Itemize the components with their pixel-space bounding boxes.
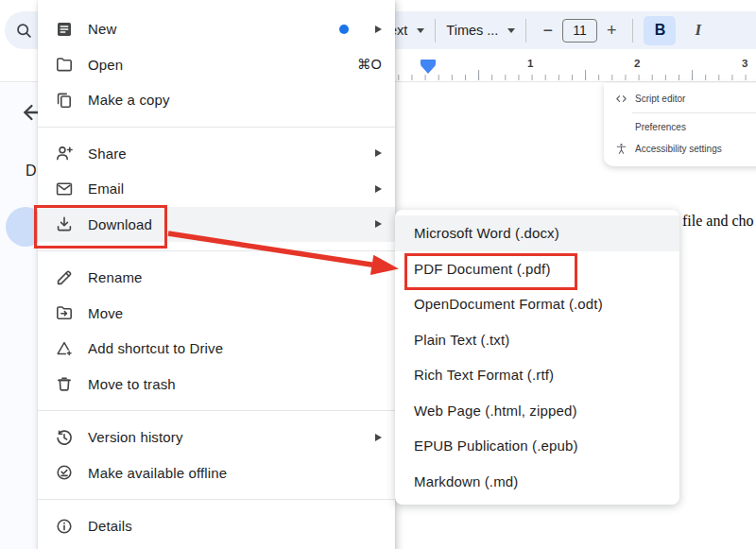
menu-item-label: Move <box>88 305 382 321</box>
submenu-item-label: Web Page (.html, zipped) <box>414 403 577 419</box>
menu-item-new[interactable]: New <box>38 11 395 47</box>
menu-item-script-editor[interactable]: Script editor <box>604 87 756 110</box>
menu-item-accessibility-settings[interactable]: Accessibility settings <box>604 137 756 160</box>
drive-add-icon <box>55 339 74 358</box>
toolbar-controls: ext Times ... − 11 + B I <box>389 11 756 49</box>
menu-divider <box>632 112 756 113</box>
folder-icon <box>55 55 74 74</box>
menu-item-version-history[interactable]: Version history <box>38 420 395 455</box>
chevron-down-icon <box>417 28 424 33</box>
menu-item-label: Add shortcut to Drive <box>88 340 382 356</box>
outline-letter: D <box>26 163 37 180</box>
menu-item-label: Make available offline <box>88 465 382 481</box>
trash-icon <box>55 374 74 393</box>
indent-marker-icon[interactable] <box>421 60 436 74</box>
submenu-arrow-icon <box>375 26 382 33</box>
submenu-item-rtf[interactable]: Rich Text Format (.rtf) <box>395 357 679 393</box>
menu-divider <box>38 127 395 128</box>
submenu-arrow-icon <box>375 434 382 441</box>
menu-item-label: Share <box>88 146 361 162</box>
left-rail <box>0 83 38 549</box>
font-size-input[interactable]: 11 <box>562 19 597 43</box>
ruler-number: 3 <box>742 58 747 69</box>
copy-icon <box>55 91 74 110</box>
annotation-box-pdf <box>404 253 577 290</box>
menu-item-label: New <box>88 21 325 37</box>
folder-move-icon <box>55 303 74 322</box>
submenu-item-label: OpenDocument Format (.odt) <box>414 296 603 312</box>
envelope-icon <box>55 180 74 198</box>
tools-menu-panel: Script editor Preferences Accessibility … <box>604 83 756 166</box>
submenu-item-label: Rich Text Format (.rtf) <box>414 367 554 383</box>
google-docs-screen: ext Times ... − 11 + B I 1 2 3 D file an… <box>0 0 756 549</box>
menu-item-open[interactable]: Open ⌘O <box>38 47 395 83</box>
menu-item-email[interactable]: Email <box>38 171 395 207</box>
submenu-item-label: EPUB Publication (.epub) <box>414 437 578 454</box>
submenu-item-label: Microsoft Word (.docx) <box>414 225 559 241</box>
menu-item-label: Email <box>88 180 361 197</box>
chevron-down-icon <box>507 28 515 33</box>
ruler: 1 2 3 <box>395 57 756 81</box>
submenu-item-md[interactable]: Markdown (.md) <box>395 464 679 500</box>
pencil-icon <box>55 268 74 287</box>
toolbar-separator <box>435 19 436 43</box>
new-document-icon <box>55 20 74 39</box>
menu-item-add-shortcut-to-drive[interactable]: Add shortcut to Drive <box>38 331 395 367</box>
menu-item-label: Move to trash <box>88 376 382 392</box>
info-icon <box>55 517 74 536</box>
new-badge-dot-icon <box>339 25 349 34</box>
keyboard-shortcut: ⌘O <box>357 57 382 72</box>
menu-item-label: Script editor <box>635 94 685 104</box>
bold-button[interactable]: B <box>644 16 676 45</box>
offline-check-icon <box>55 463 74 482</box>
font-label: Times ... <box>446 23 498 38</box>
submenu-arrow-icon <box>375 185 382 193</box>
submenu-item-html[interactable]: Web Page (.html, zipped) <box>395 393 679 429</box>
submenu-item-odt[interactable]: OpenDocument Format (.odt) <box>395 286 679 322</box>
submenu-arrow-icon <box>375 149 382 157</box>
menu-item-label: Details <box>88 518 382 534</box>
submenu-item-docx[interactable]: Microsoft Word (.docx) <box>395 215 679 251</box>
document-text: file and cho <box>682 213 754 230</box>
submenu-item-txt[interactable]: Plain Text (.txt) <box>395 322 679 358</box>
submenu-item-label: Markdown (.md) <box>414 473 518 489</box>
increase-font-size-button[interactable]: + <box>601 21 623 41</box>
decrease-font-size-button[interactable]: − <box>537 21 558 41</box>
person-add-icon <box>55 144 74 163</box>
toolbar-separator <box>525 19 526 43</box>
code-icon <box>615 93 627 105</box>
ruler-number: 2 <box>634 58 640 69</box>
menu-divider <box>38 499 395 500</box>
menu-item-make-a-copy[interactable]: Make a copy <box>38 82 395 118</box>
menu-item-label: Open <box>88 57 343 73</box>
font-selector[interactable]: Times ... <box>446 23 515 38</box>
submenu-item-epub[interactable]: EPUB Publication (.epub) <box>395 428 679 464</box>
toolbar-separator <box>632 19 633 43</box>
ruler-number: 1 <box>527 58 533 69</box>
search-icon[interactable] <box>15 22 33 40</box>
menu-item-label: Version history <box>88 429 361 445</box>
menu-item-move[interactable]: Move <box>38 296 395 332</box>
history-icon <box>55 428 74 447</box>
menu-item-label: Make a copy <box>88 92 382 108</box>
accessibility-icon <box>615 143 627 155</box>
menu-item-share[interactable]: Share <box>38 136 395 172</box>
menu-divider <box>38 410 395 411</box>
annotation-arrow-icon <box>161 227 408 279</box>
menu-item-details[interactable]: Details <box>38 508 395 544</box>
menu-item-move-to-trash[interactable]: Move to trash <box>38 367 395 403</box>
menu-item-label: Accessibility settings <box>635 144 722 154</box>
submenu-item-label: Plain Text (.txt) <box>414 332 509 348</box>
italic-button[interactable]: I <box>687 21 709 40</box>
annotation-box-download <box>34 205 167 249</box>
menu-item-label: Preferences <box>635 122 686 132</box>
menu-item-preferences[interactable]: Preferences <box>604 116 756 137</box>
menu-item-make-available-offline[interactable]: Make available offline <box>38 455 395 491</box>
